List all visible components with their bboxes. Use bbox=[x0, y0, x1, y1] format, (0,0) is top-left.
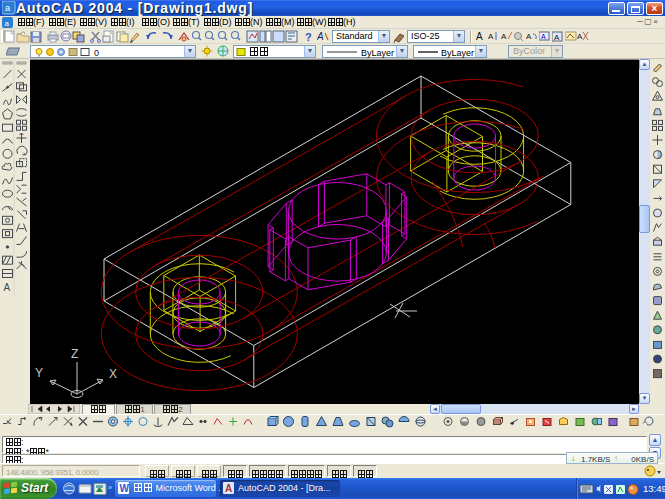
svg-text:Z: Z bbox=[71, 347, 78, 361]
svg-text:A: A bbox=[554, 33, 560, 42]
svg-text:A: A bbox=[4, 282, 11, 293]
svg-text:A: A bbox=[476, 31, 483, 42]
svg-text:a: a bbox=[5, 19, 10, 28]
svg-text:A: A bbox=[526, 32, 532, 41]
svg-text:0: 0 bbox=[94, 48, 99, 58]
svg-text:a: a bbox=[5, 3, 10, 13]
svg-text:A: A bbox=[541, 33, 546, 40]
svg-text:A: A bbox=[225, 483, 232, 494]
svg-text:Y: Y bbox=[35, 366, 43, 380]
svg-text:A: A bbox=[501, 32, 507, 41]
svg-text:X: X bbox=[109, 367, 117, 381]
svg-text:A: A bbox=[577, 32, 583, 41]
svg-text:A: A bbox=[488, 32, 494, 41]
svg-text:?: ? bbox=[305, 31, 312, 43]
svg-text:A: A bbox=[317, 31, 324, 42]
svg-text:W: W bbox=[120, 483, 130, 494]
svg-text:»: » bbox=[108, 484, 112, 491]
